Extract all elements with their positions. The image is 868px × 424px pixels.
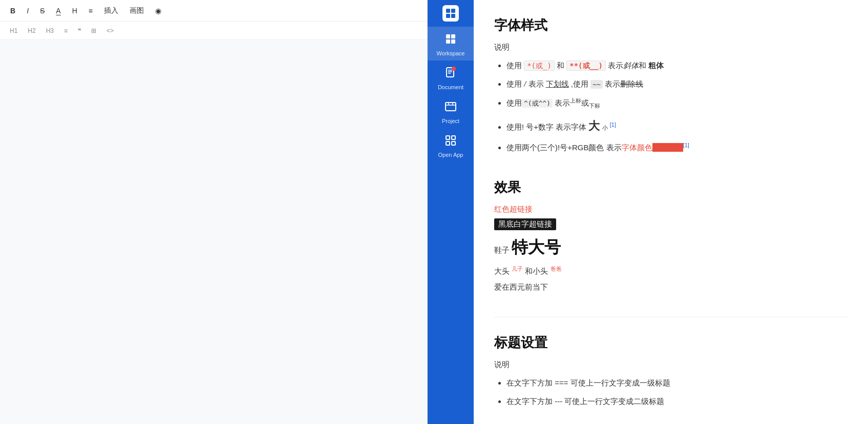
svg-rect-5 [451,34,455,38]
list-item: 使用两个(三个)!号+RGB颜色 表示字体颜色背景颜色[1] [506,141,848,154]
heading-setting-section: 标题设置 说明 在文字下方加 === 可使上一行文字变成一级标题 在文字下方加 … [494,334,848,408]
list-item: 使用 *(或_) 和 **(或__) 表示斜体和 粗体 [506,59,848,72]
logo-icon [442,5,459,22]
italic-code-1: *(或_) [524,60,555,71]
head-son-text: 大头 儿子 和小头 爸爸 [494,265,848,276]
svg-rect-3 [451,14,455,18]
list-item: 在文字下方加 === 可使上一行文字变成一级标题 [506,377,848,389]
font-style-title: 字体样式 [494,16,848,34]
sidebar-item-workspace[interactable]: Workspace [428,27,474,60]
svg-rect-2 [446,14,450,18]
strike-button[interactable]: S [38,6,47,16]
effects-section: 效果 红色超链接 黑底白字超链接 鞋子 特大号 大头 儿子 和小头 爸爸 爱在西… [494,178,848,292]
section-divider [494,317,848,317]
svg-rect-19 [446,142,450,145]
editor-content-area[interactable] [0,40,427,424]
list-item: 在文字下方加 --- 可使上一行文字变成二级标题 [506,395,848,408]
editor-panel: B I S A H ≡ 插入 画图 ◉ H1 H2 H3 ≡ ❝ ⊞ <> [0,0,428,424]
bold-code-1: **(或__) [566,60,606,71]
black-bg-link[interactable]: 黑底白字超链接 [494,218,556,230]
svg-rect-7 [451,39,455,44]
list-button[interactable]: ≡ [87,6,95,16]
font-style-section: 字体样式 说明 使用 *(或_) 和 **(或__) 表示斜体和 粗体 使用 /… [494,16,848,154]
effects-title: 效果 [494,178,848,196]
main-toolbar: B I S A H ≡ 插入 画图 ◉ [0,0,427,22]
sidebar-item-open-app[interactable]: Open App [428,128,474,162]
svg-rect-6 [446,39,450,44]
workspace-icon [444,33,457,48]
font-style-list: 使用 *(或_) 和 **(或__) 表示斜体和 粗体 使用 / 表示 下划线 … [494,59,848,154]
side-navigation: Workspace Document Project [428,0,474,424]
image-button[interactable]: 画图 [128,5,146,16]
list-item: 使用 / 表示 下划线 ,使用 ~~ 表示删除线 [506,78,848,90]
document-label: Document [438,84,463,90]
bullet-list-button[interactable]: ≡ [62,27,69,35]
heading-setting-list: 在文字下方加 === 可使上一行文字变成一级标题 在文字下方加 --- 可使上一… [494,377,848,408]
view-button[interactable]: ◉ [153,6,163,16]
red-hyperlink[interactable]: 红色超链接 [494,205,848,214]
list-item: 使用! 号+数字 表示字体 大 小 [1] [506,117,848,135]
svg-rect-4 [446,34,450,38]
svg-rect-13 [446,103,456,111]
table-button[interactable]: ⊞ [90,27,98,35]
font-style-subtitle: 说明 [494,43,848,52]
svg-rect-17 [446,136,450,139]
svg-rect-1 [451,9,455,13]
h1-button[interactable]: H1 [8,27,19,35]
svg-rect-18 [452,136,455,139]
content-panel: 字体样式 说明 使用 *(或_) 和 **(或__) 表示斜体和 粗体 使用 /… [474,0,868,424]
project-label: Project [442,118,459,124]
shoe-size-text: 鞋子 特大号 [494,236,848,259]
heading-setting-title: 标题设置 [494,334,848,352]
svg-point-12 [452,67,456,71]
heading-button[interactable]: H [70,6,79,16]
document-icon [444,67,457,82]
open-app-label: Open App [438,152,463,158]
italic-button[interactable]: I [25,6,31,16]
font-color-button[interactable]: A [54,6,62,16]
bold-button[interactable]: B [8,6,17,16]
love-text: 爱在西元前当下 [494,282,848,292]
list-item: 使用^(或^^) 表示上标或下标 [506,96,848,111]
h2-button[interactable]: H2 [26,27,37,35]
svg-rect-20 [452,142,455,145]
app-logo[interactable] [428,0,474,27]
insert-button[interactable]: 插入 [102,5,120,16]
code-button[interactable]: <> [105,27,115,35]
sidebar-item-document[interactable]: Document [428,60,474,94]
svg-rect-0 [446,9,450,13]
open-app-icon [444,134,457,150]
workspace-label: Workspace [437,50,465,56]
h3-button[interactable]: H3 [45,27,55,35]
heading-setting-subtitle: 说明 [494,360,848,370]
project-icon [444,100,457,116]
quote-button[interactable]: ❝ [76,27,82,35]
sidebar-item-project[interactable]: Project [428,94,474,128]
sub-toolbar: H1 H2 H3 ≡ ❝ ⊞ <> [0,22,427,40]
